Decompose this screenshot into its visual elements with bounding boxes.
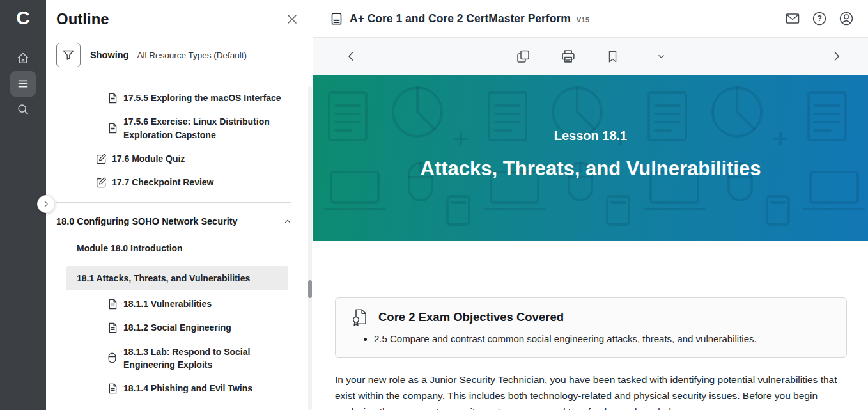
outline-scrollbar-track (308, 86, 312, 410)
exam-objectives-box: Core 2 Exam Objectives Covered 2.5 Compa… (335, 297, 847, 358)
outline-item-label: 17.6 Module Quiz (112, 152, 185, 165)
quiz-icon (96, 177, 107, 188)
outline-item-18.1[interactable]: 18.1 Attacks, Threats, and Vulnerabiliti… (66, 266, 288, 290)
outline-item-17.6[interactable]: 17.6 Module Quiz (46, 152, 306, 165)
header-actions: ? (785, 11, 854, 26)
document-icon (107, 322, 118, 333)
banner-text: Lesson 18.1 Attacks, Threats, and Vulner… (313, 129, 868, 180)
document-icon (107, 383, 118, 394)
panel-collapse-button[interactable] (37, 195, 55, 213)
comptia-logo: C (16, 5, 30, 31)
print-icon[interactable] (561, 49, 577, 65)
certificate-ribbon-document-icon (351, 308, 370, 327)
home-icon[interactable] (10, 45, 36, 71)
section-header-18.0[interactable]: 18.0 Configuring SOHO Network Security (46, 216, 306, 226)
outline-tree: 17.5.5 Exploring the macOS Interface17.5… (46, 86, 306, 410)
outline-item-18.1.4[interactable]: 18.1.4 Phishing and Evil Twins (46, 382, 306, 395)
outline-item-18.1.1[interactable]: 18.1.1 Vulnerabilities (46, 297, 306, 310)
outline-item-label: 18.1.1 Vulnerabilities (123, 297, 212, 310)
exam-objectives-title: Core 2 Exam Objectives Covered (378, 310, 564, 324)
filter-funnel-icon[interactable] (56, 43, 81, 67)
course-header: A+ Core 1 and Core 2 CertMaster Perform … (313, 0, 868, 38)
outline-item-18.1.2[interactable]: 18.1.2 Social Engineering (46, 321, 306, 334)
outline-item-label: Module 18.0 Introduction (77, 242, 183, 255)
exam-objectives-list: 2.5 Compare and contrast common social e… (374, 332, 831, 347)
filter-row: Showing All Resource Types (Default) (56, 43, 313, 67)
svg-text:?: ? (817, 14, 822, 23)
outline-title: Outline (56, 10, 109, 28)
lab-icon (107, 352, 118, 363)
help-icon[interactable]: ? (812, 11, 827, 26)
outline-item-label: 18.1.3 Lab: Respond to Social Engineerin… (123, 345, 283, 372)
chevron-up-icon[interactable] (283, 217, 292, 226)
toolbar-center-group (516, 49, 666, 65)
course-title: A+ Core 1 and Core 2 CertMaster Perform (350, 12, 571, 26)
outline-item-17.5.5[interactable]: 17.5.5 Exploring the macOS Interface (46, 91, 306, 104)
exam-objective-item: 2.5 Compare and contrast common social e… (374, 332, 831, 347)
chevron-left-icon[interactable] (345, 51, 357, 62)
outline-item-label: 18.1.4 Phishing and Evil Twins (123, 382, 252, 395)
chevron-right-icon[interactable] (831, 51, 842, 62)
account-icon[interactable] (839, 11, 854, 26)
filter-value: All Resource Types (Default) (137, 51, 247, 60)
mail-icon[interactable] (785, 11, 800, 26)
outline-item-label: 17.5.5 Exploring the macOS Interface (123, 91, 281, 104)
document-icon (107, 93, 118, 104)
outline-item-label: 17.5.6 Exercise: Linux Distribution Expl… (123, 115, 283, 141)
outline-item-17.5.6[interactable]: 17.5.6 Exercise: Linux Distribution Expl… (46, 115, 306, 141)
exam-objectives-header: Core 2 Exam Objectives Covered (351, 308, 831, 327)
lesson-content: Core 2 Exam Objectives Covered 2.5 Compa… (313, 241, 868, 410)
lesson-number: Lesson 18.1 (313, 129, 868, 143)
outline-item-18.1.3[interactable]: 18.1.3 Lab: Respond to Social Engineerin… (46, 345, 306, 372)
close-icon[interactable] (286, 13, 298, 26)
search-icon[interactable] (10, 97, 36, 122)
outline-item-label: 18.1.2 Social Engineering (123, 321, 231, 334)
menu-icon[interactable] (10, 71, 36, 97)
outline-panel: Outline Showing All Resource Types (Defa… (46, 0, 313, 410)
outline-item-label: 17.7 Checkpoint Review (112, 176, 214, 189)
outline-panel-header: Outline (46, 0, 313, 28)
reader-toolbar (313, 38, 868, 75)
quiz-icon (96, 154, 107, 164)
lesson-title: Attacks, Threats, and Vulnerabilities (313, 157, 868, 180)
showing-label: Showing (90, 50, 128, 60)
outline-item-17.7[interactable]: 17.7 Checkpoint Review (46, 176, 306, 189)
lesson-intro-paragraph: In your new role as a Junior Security Te… (335, 372, 840, 410)
copy-icon[interactable] (516, 49, 531, 64)
tree-divider (56, 202, 291, 203)
chevron-down-icon[interactable] (657, 52, 666, 61)
outline-scrollbar-thumb[interactable] (308, 280, 312, 298)
main-area: A+ Core 1 and Core 2 CertMaster Perform … (313, 0, 868, 410)
lesson-hero-banner: Lesson 18.1 Attacks, Threats, and Vulner… (313, 75, 868, 241)
book-icon (330, 12, 343, 26)
bookmark-icon[interactable] (606, 49, 620, 63)
outline-item-label: 18.1 Attacks, Threats, and Vulnerabiliti… (77, 272, 250, 285)
section-label: 18.0 Configuring SOHO Network Security (56, 216, 238, 226)
course-version: V15 (577, 16, 590, 24)
app-window: C Outline Showing All Resource Types (De… (0, 0, 868, 410)
outline-item-module[interactable]: Module 18.0 Introduction (46, 242, 306, 255)
document-icon (107, 123, 118, 134)
document-icon (107, 299, 118, 310)
